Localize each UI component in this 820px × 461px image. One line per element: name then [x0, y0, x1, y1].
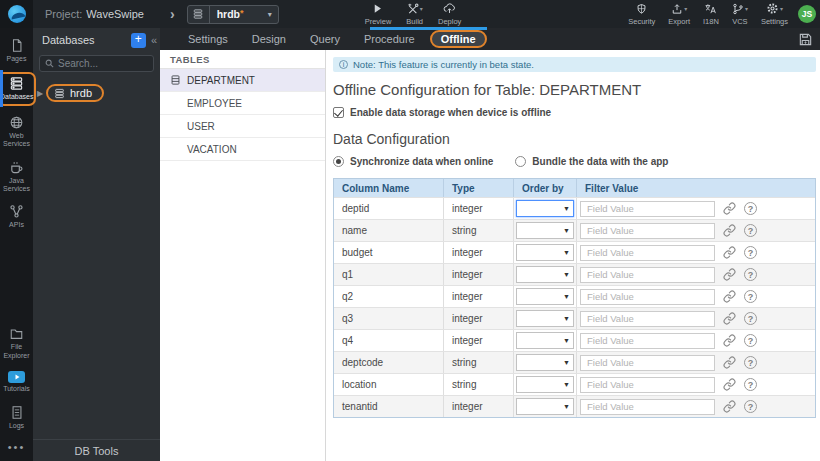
- order-by-select[interactable]: ▼: [516, 244, 574, 261]
- help-icon[interactable]: ?: [744, 202, 757, 215]
- sidebar-item-logs[interactable]: Logs: [0, 399, 33, 435]
- order-by-select[interactable]: ▼: [516, 288, 574, 305]
- search-input[interactable]: [58, 58, 148, 69]
- enable-offline-storage-checkbox[interactable]: Enable data storage when device is offli…: [333, 107, 816, 118]
- more-options-button[interactable]: •••: [8, 435, 26, 461]
- filter-value-input[interactable]: [580, 311, 715, 327]
- filter-value-input[interactable]: [580, 333, 715, 349]
- order-by-select[interactable]: ▼: [516, 332, 574, 349]
- filter-value-input[interactable]: [580, 399, 715, 415]
- help-icon[interactable]: ?: [744, 290, 757, 303]
- help-icon[interactable]: ?: [744, 356, 757, 369]
- help-icon[interactable]: ?: [744, 312, 757, 325]
- table-item-department[interactable]: DEPARTMENT: [160, 69, 325, 92]
- filter-value-input[interactable]: [580, 355, 715, 371]
- column-name-value: location: [334, 374, 444, 395]
- chevron-down-icon: ▼: [563, 249, 570, 256]
- chevron-down-icon: ▼: [563, 359, 570, 366]
- info-icon: i: [339, 60, 348, 69]
- column-name-value: budget: [334, 242, 444, 263]
- help-icon[interactable]: ?: [744, 400, 757, 413]
- link-field-icon[interactable]: [723, 378, 736, 391]
- table-item-vacation[interactable]: VACATION: [160, 138, 325, 161]
- tab-query[interactable]: Query: [301, 31, 349, 47]
- user-avatar[interactable]: JS: [798, 5, 816, 23]
- filter-value-input[interactable]: [580, 245, 715, 261]
- order-by-select[interactable]: ▼: [516, 354, 574, 371]
- checkbox-label: Enable data storage when device is offli…: [350, 107, 551, 118]
- order-by-select[interactable]: ▼: [516, 398, 574, 415]
- chevron-down-icon: ▼: [563, 337, 570, 344]
- app-logo[interactable]: [0, 0, 33, 28]
- sidebar-item-java-services[interactable]: Java Services: [0, 154, 33, 199]
- tab-procedure[interactable]: Procedure: [355, 31, 424, 47]
- help-icon[interactable]: ?: [744, 378, 757, 391]
- tab-offline[interactable]: Offline: [430, 30, 487, 48]
- link-field-icon[interactable]: [723, 400, 736, 413]
- link-field-icon[interactable]: [723, 290, 736, 303]
- column-name-value: q3: [334, 308, 444, 329]
- filter-value-input[interactable]: [580, 377, 715, 393]
- settings-button[interactable]: ▾ Settings: [761, 2, 788, 26]
- link-field-icon[interactable]: [723, 224, 736, 237]
- link-field-icon[interactable]: [723, 268, 736, 281]
- table-item-employee[interactable]: EMPLOYEE: [160, 92, 325, 115]
- security-button[interactable]: Security: [628, 2, 655, 26]
- sidebar-item-pages[interactable]: Pages: [0, 32, 33, 68]
- table-item-user[interactable]: USER: [160, 115, 325, 138]
- add-database-button[interactable]: +: [131, 33, 146, 48]
- beta-note-banner: i Note: This feature is currently in bet…: [333, 57, 816, 72]
- help-icon[interactable]: ?: [744, 334, 757, 347]
- radio-unselected-icon[interactable]: [515, 156, 526, 167]
- filter-value-input[interactable]: [580, 223, 715, 239]
- order-by-select[interactable]: ▼: [516, 222, 574, 239]
- database-search[interactable]: [39, 55, 154, 72]
- tree-item-label: hrdb: [70, 87, 92, 99]
- vcs-button[interactable]: ▾ VCS: [732, 2, 748, 26]
- sidebar-item-databases[interactable]: Databases: [0, 68, 33, 108]
- database-icon: [54, 88, 65, 99]
- filter-value-input[interactable]: [580, 201, 715, 217]
- save-icon[interactable]: [798, 32, 813, 47]
- collapse-panel-icon[interactable]: «: [151, 34, 157, 46]
- link-field-icon[interactable]: [723, 334, 736, 347]
- tree-item-hrdb[interactable]: ▶ hrdb: [33, 83, 160, 103]
- link-field-icon[interactable]: [723, 312, 736, 325]
- help-icon[interactable]: ?: [744, 246, 757, 259]
- radio-synchronize-online[interactable]: Synchronize data when online: [333, 156, 493, 167]
- help-icon[interactable]: ?: [744, 224, 757, 237]
- order-by-select[interactable]: ▼: [516, 376, 574, 393]
- filter-value-input[interactable]: [580, 267, 715, 283]
- i18n-button[interactable]: I18N: [703, 2, 719, 26]
- deploy-button[interactable]: Deploy: [438, 2, 461, 26]
- table-row: q1 integer ▼ ?: [334, 263, 815, 285]
- sidebar-item-apis[interactable]: APIs: [0, 198, 33, 234]
- export-button[interactable]: ▾ Export: [668, 2, 690, 26]
- sidebar-item-tutorials[interactable]: Tutorials: [0, 365, 33, 398]
- note-text: Note: This feature is currently in beta …: [353, 59, 534, 70]
- sync-mode-radio-group: Synchronize data when online Bundle the …: [333, 156, 816, 167]
- db-tools-button[interactable]: DB Tools: [33, 439, 160, 461]
- sidebar-item-web-services[interactable]: Web Services: [0, 109, 33, 154]
- preview-button[interactable]: Preview: [365, 2, 392, 26]
- help-icon[interactable]: ?: [744, 268, 757, 281]
- database-icon: [188, 6, 210, 23]
- radio-bundle-with-app[interactable]: Bundle the data with the app: [515, 156, 668, 167]
- header-type: Type: [444, 179, 514, 197]
- database-selector-dropdown[interactable]: hrdb* ▾: [187, 5, 279, 24]
- tab-design[interactable]: Design: [243, 31, 295, 47]
- sidebar-item-file-explorer[interactable]: File Explorer: [0, 321, 33, 365]
- expander-triangle-icon[interactable]: ▶: [37, 89, 46, 98]
- order-by-select[interactable]: ▼: [516, 266, 574, 283]
- link-field-icon[interactable]: [723, 246, 736, 259]
- tab-settings[interactable]: Settings: [179, 31, 237, 47]
- link-field-icon[interactable]: [723, 202, 736, 215]
- order-by-select[interactable]: ▼: [516, 200, 574, 217]
- order-by-select[interactable]: ▼: [516, 310, 574, 327]
- filter-value-input[interactable]: [580, 289, 715, 305]
- build-button[interactable]: ▾ Build: [406, 2, 423, 26]
- radio-selected-icon[interactable]: [333, 156, 344, 167]
- chevron-down-icon: ▼: [563, 293, 570, 300]
- link-field-icon[interactable]: [723, 356, 736, 369]
- checkbox-checked-icon[interactable]: [333, 107, 344, 118]
